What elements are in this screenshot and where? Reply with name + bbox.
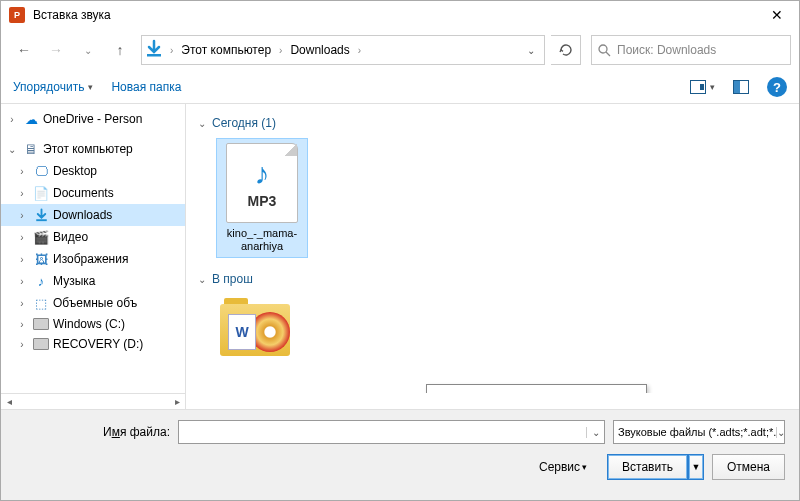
group-today[interactable]: ⌄ Сегодня (1): [198, 112, 787, 134]
doc-icon: W: [228, 314, 256, 350]
preview-pane-toggle[interactable]: [733, 80, 749, 94]
close-button[interactable]: ✕: [755, 1, 799, 29]
tree-downloads[interactable]: › Downloads: [1, 204, 185, 226]
help-button[interactable]: ?: [767, 77, 787, 97]
pc-icon: 🖥: [23, 141, 39, 157]
new-folder-button[interactable]: Новая папка: [111, 80, 181, 94]
video-icon: 🎬: [33, 229, 49, 245]
file-list: ⌄ Сегодня (1) ♪ MP3 kino_-_mama-anarhiya…: [186, 104, 799, 393]
svg-point-1: [599, 45, 607, 53]
window-title: Вставка звука: [33, 8, 755, 22]
tree-onedrive[interactable]: › ☁ OneDrive - Person: [1, 108, 185, 130]
disk-icon: [33, 318, 49, 330]
tree-documents[interactable]: › 📄 Documents: [1, 182, 185, 204]
app-icon: P: [9, 7, 25, 23]
downloads-folder-icon: [144, 39, 168, 61]
recent-dropdown[interactable]: ⌄: [73, 37, 103, 63]
expander-icon[interactable]: ›: [15, 298, 29, 309]
chevron-right-icon[interactable]: ›: [168, 45, 175, 56]
file-filter-select[interactable]: Звуковые файлы (*.adts;*.adt;*. ⌄: [613, 420, 785, 444]
expander-icon[interactable]: ›: [15, 188, 29, 199]
expander-icon[interactable]: ⌄: [5, 144, 19, 155]
insert-split-button[interactable]: ▼: [688, 454, 704, 480]
tree-this-pc[interactable]: ⌄ 🖥 Этот компьютер: [1, 138, 185, 160]
music-icon: ♪: [33, 273, 49, 289]
download-icon: [33, 207, 49, 223]
filename-label: Имя файла:: [15, 425, 170, 439]
expander-icon[interactable]: ›: [15, 232, 29, 243]
file-tooltip: Тип элемента: Звук в формате MP3 Размер:…: [426, 384, 647, 393]
expander-icon[interactable]: ›: [5, 114, 19, 125]
tree-disk-c[interactable]: › Windows (C:): [1, 314, 185, 334]
tree-pictures[interactable]: › 🖼 Изображения: [1, 248, 185, 270]
refresh-icon: [559, 43, 573, 57]
tools-menu[interactable]: Сервис▾: [539, 460, 587, 474]
desktop-icon: 🖵: [33, 163, 49, 179]
folder-item[interactable]: W: [220, 298, 296, 358]
cancel-button[interactable]: Отмена: [712, 454, 785, 480]
disk-icon: [33, 338, 49, 350]
forward-button[interactable]: →: [41, 37, 71, 63]
view-menu[interactable]: ▾: [690, 80, 715, 94]
chevron-right-icon[interactable]: ›: [356, 45, 363, 56]
breadcrumb-downloads[interactable]: Downloads: [284, 40, 355, 60]
back-button[interactable]: ←: [9, 37, 39, 63]
tree-desktop[interactable]: › 🖵 Desktop: [1, 160, 185, 182]
search-icon: [598, 44, 611, 57]
sidebar-scrollbar[interactable]: ◂▸: [1, 393, 186, 409]
mp3-file-icon: ♪ MP3: [226, 143, 298, 223]
svg-line-2: [606, 52, 610, 56]
picture-icon: 🖼: [33, 251, 49, 267]
view-icon: [690, 80, 706, 94]
svg-rect-3: [36, 219, 47, 221]
tree-music[interactable]: › ♪ Музыка: [1, 270, 185, 292]
filename-input[interactable]: ⌄: [178, 420, 605, 444]
cube-icon: ⬚: [33, 295, 49, 311]
address-dropdown[interactable]: ⌄: [520, 45, 542, 56]
document-icon: 📄: [33, 185, 49, 201]
chevron-down-icon: ⌄: [198, 118, 206, 129]
file-name-label: kino_-_mama-anarhiya: [221, 227, 303, 253]
search-placeholder: Поиск: Downloads: [617, 43, 716, 57]
tree-videos[interactable]: › 🎬 Видео: [1, 226, 185, 248]
expander-icon[interactable]: ›: [15, 276, 29, 287]
expander-icon[interactable]: ›: [15, 210, 29, 221]
address-bar[interactable]: › Этот компьютер › Downloads › ⌄: [141, 35, 545, 65]
insert-button[interactable]: Вставить: [607, 454, 688, 480]
tree-disk-d[interactable]: › RECOVERY (D:): [1, 334, 185, 354]
chevron-down-icon: ⌄: [198, 274, 206, 285]
group-past[interactable]: ⌄ В прош: [198, 268, 787, 290]
search-input[interactable]: Поиск: Downloads: [591, 35, 791, 65]
expander-icon[interactable]: ›: [15, 319, 29, 330]
file-mp3[interactable]: ♪ MP3 kino_-_mama-anarhiya: [216, 138, 308, 258]
expander-icon[interactable]: ›: [15, 254, 29, 265]
cloud-icon: ☁: [23, 111, 39, 127]
svg-rect-0: [147, 54, 161, 57]
tree-3d-objects[interactable]: › ⬚ Объемные объ: [1, 292, 185, 314]
chevron-down-icon[interactable]: ⌄: [776, 427, 785, 438]
chevron-right-icon[interactable]: ›: [277, 45, 284, 56]
folder-tree: › ☁ OneDrive - Person ⌄ 🖥 Этот компьютер…: [1, 104, 186, 393]
expander-icon[interactable]: ›: [15, 166, 29, 177]
chevron-down-icon[interactable]: ⌄: [586, 427, 604, 438]
up-button[interactable]: ↑: [105, 37, 135, 63]
organize-menu[interactable]: Упорядочить▾: [13, 80, 93, 94]
expander-icon[interactable]: ›: [15, 339, 29, 350]
breadcrumb-pc[interactable]: Этот компьютер: [175, 40, 277, 60]
refresh-button[interactable]: [551, 35, 581, 65]
